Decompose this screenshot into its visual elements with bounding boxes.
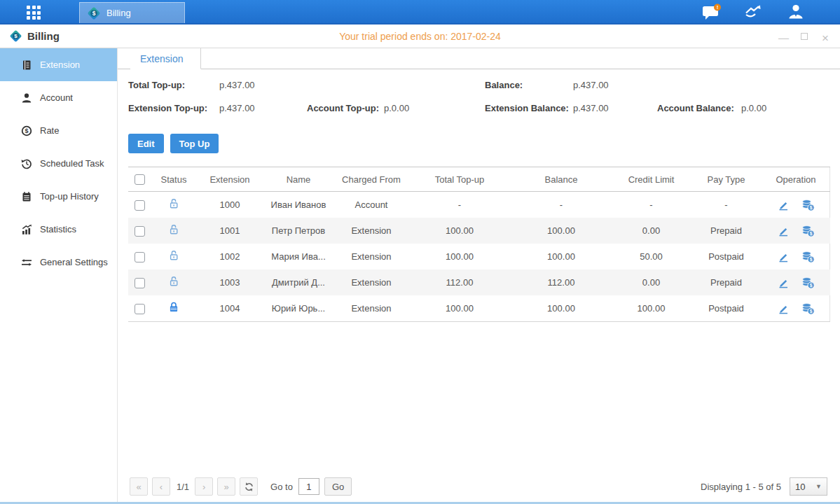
billing-diamond-icon: $	[87, 6, 101, 20]
reports-chart-icon[interactable]	[743, 4, 764, 20]
edit-row-icon[interactable]	[777, 225, 790, 237]
cell-extension: 1002	[197, 244, 263, 270]
goto-page-input[interactable]	[298, 478, 319, 495]
edit-row-icon[interactable]	[777, 251, 790, 263]
sidebar-item-label: Statistics	[40, 224, 76, 234]
col-total-topup: Total Top-up	[408, 167, 511, 192]
row-checkbox[interactable]	[135, 252, 145, 262]
locked-icon	[167, 301, 180, 314]
sidebar-item-scheduled-task[interactable]: Scheduled Task	[0, 147, 117, 180]
table-row[interactable]: 1000 Иван Иванов Account - - - - $	[128, 192, 830, 218]
extension-topup-label: Extension Top-up:	[128, 103, 219, 113]
next-page-button[interactable]: ›	[195, 477, 213, 496]
prev-page-button[interactable]: ‹	[152, 477, 170, 496]
cell-credit-limit: 100.00	[612, 295, 691, 322]
row-checkbox[interactable]	[135, 200, 145, 211]
app-launcher-icon[interactable]	[27, 6, 48, 20]
notepad-icon	[21, 191, 32, 202]
cell-extension: 1000	[197, 192, 263, 218]
chevron-down-icon: ▼	[815, 483, 822, 490]
col-balance: Balance	[511, 167, 612, 192]
total-topup-label: Total Top-up:	[128, 80, 219, 90]
sidebar-item-label: Scheduled Task	[40, 158, 104, 169]
minimize-icon[interactable]: —	[778, 31, 788, 41]
first-page-button[interactable]: «	[130, 477, 148, 496]
extension-balance-value: p.437.00	[573, 103, 657, 113]
summary-panel: Total Top-up: p.437.00 Balance: p.437.00…	[128, 80, 830, 113]
tab-extension[interactable]: Extension	[130, 48, 201, 69]
cell-pay-type: Postpaid	[691, 295, 762, 322]
sidebar-item-rate[interactable]: $ Rate	[0, 114, 117, 147]
svg-text:!: !	[717, 4, 719, 10]
svg-text:$: $	[810, 309, 813, 314]
edit-row-icon[interactable]	[777, 199, 790, 211]
svg-text:$: $	[14, 33, 18, 39]
cell-pay-type: Prepaid	[691, 218, 762, 244]
topup-button[interactable]: Top Up	[170, 134, 219, 153]
row-checkbox[interactable]	[135, 278, 145, 288]
table-row[interactable]: 1001 Петр Петров Extension 100.00 100.00…	[128, 218, 830, 244]
row-checkbox[interactable]	[135, 226, 145, 237]
cell-total-topup: 100.00	[408, 295, 511, 322]
sidebar-item-statistics[interactable]: Statistics	[0, 213, 117, 246]
edit-row-icon[interactable]	[777, 302, 790, 315]
col-extension: Extension	[197, 167, 263, 192]
cell-pay-type: Prepaid	[691, 270, 762, 295]
svg-text:$: $	[92, 10, 96, 17]
close-icon[interactable]: ×	[820, 31, 830, 41]
maximize-icon[interactable]	[799, 31, 809, 41]
extension-table: Status Extension Name Charged From Total…	[128, 167, 830, 322]
cell-total-topup: 100.00	[408, 244, 511, 270]
refresh-button[interactable]	[240, 477, 258, 496]
table-row[interactable]: 1004 Юрий Юрь... Extension 100.00 100.00…	[128, 295, 830, 322]
cell-balance: 100.00	[511, 218, 612, 244]
topup-row-icon[interactable]: $	[801, 251, 815, 263]
cell-credit-limit: 0.00	[612, 270, 691, 295]
row-checkbox[interactable]	[135, 304, 145, 314]
cell-balance: 100.00	[511, 295, 612, 322]
cell-balance: 112.00	[511, 270, 612, 295]
cell-charged-from: Extension	[334, 295, 408, 322]
account-topup-value: p.0.00	[384, 103, 485, 113]
go-button[interactable]: Go	[324, 477, 352, 496]
sidebar-item-extension[interactable]: Extension	[0, 48, 117, 81]
sidebar-item-topup-history[interactable]: Top-up History	[0, 180, 117, 213]
sidebar-item-general-settings[interactable]: General Settings	[0, 246, 117, 279]
cell-name: Юрий Юрь...	[263, 295, 334, 322]
settings-sliders-icon	[21, 257, 32, 268]
page-size-select[interactable]: 10 ▼	[790, 477, 827, 496]
sidebar-item-label: Account	[40, 92, 73, 103]
col-name: Name	[263, 167, 334, 192]
table-header-row: Status Extension Name Charged From Total…	[128, 167, 830, 192]
sidebar-item-label: Extension	[40, 59, 80, 70]
cell-charged-from: Extension	[334, 218, 408, 244]
topup-row-icon[interactable]: $	[801, 276, 815, 289]
main-panel: Extension Total Top-up: p.437.00 Balance…	[118, 48, 840, 503]
table-row[interactable]: 1002 Мария Ива... Extension 100.00 100.0…	[128, 244, 830, 270]
edit-button[interactable]: Edit	[128, 134, 164, 153]
sidebar-item-account[interactable]: Account	[0, 81, 117, 114]
unlocked-icon	[167, 197, 180, 210]
user-account-icon[interactable]	[785, 4, 806, 20]
notifications-icon[interactable]: !	[701, 4, 722, 20]
unlocked-icon	[167, 249, 180, 262]
select-all-checkbox[interactable]	[135, 174, 145, 185]
unlocked-icon	[167, 275, 180, 288]
cell-charged-from: Extension	[334, 270, 408, 295]
edit-row-icon[interactable]	[777, 276, 790, 289]
topup-row-icon[interactable]: $	[801, 199, 815, 211]
last-page-button[interactable]: »	[217, 477, 235, 496]
page-size-value: 10	[795, 482, 805, 492]
col-pay-type: Pay Type	[691, 167, 762, 192]
topup-row-icon[interactable]: $	[801, 225, 815, 237]
cell-extension: 1004	[197, 295, 263, 322]
topbar-tab-billing[interactable]: $ Billing	[79, 2, 185, 23]
col-status: Status	[151, 167, 197, 192]
topup-row-icon[interactable]: $	[801, 302, 815, 315]
person-icon	[21, 92, 32, 104]
cell-charged-from: Account	[334, 192, 408, 218]
unlocked-icon	[167, 223, 180, 236]
extension-topup-value: p.437.00	[219, 103, 307, 113]
table-row[interactable]: 1003 Дмитрий Д... Extension 112.00 112.0…	[128, 270, 830, 295]
cell-credit-limit: 0.00	[612, 218, 691, 244]
